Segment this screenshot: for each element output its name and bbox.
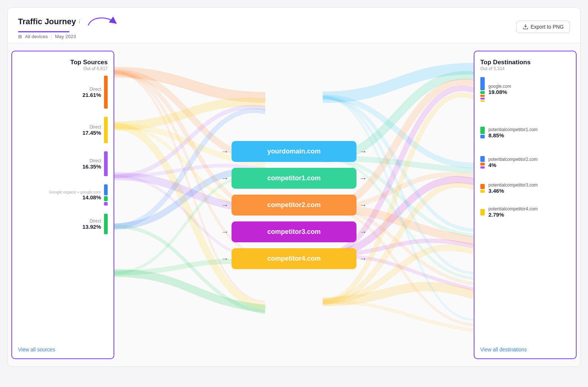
source-item-1: Direct 21.61% [18, 76, 108, 109]
source-text-1: Direct 21.61% [82, 87, 101, 98]
source-percent-4: 14.08% [49, 194, 101, 200]
dest-item-5: potentialcompetitor4.com 2.79% [480, 206, 570, 218]
top-destinations-subtitle: Out of 5,314 [480, 66, 570, 71]
info-icon[interactable]: i [79, 19, 80, 25]
header: Traffic Journey i ⊞ All devices | May [8, 8, 580, 43]
source-percent-2: 17.45% [82, 130, 101, 136]
dest-percent-2: 8.85% [488, 132, 538, 138]
source-text-2: Direct 17.45% [82, 124, 101, 136]
dest-label-1: google.com [488, 84, 511, 89]
source-item-5: Direct 13.92% [18, 214, 108, 234]
source-bar-2 [104, 117, 108, 143]
main-content: Top Sources Out of 6,617 Direct 21.61% D… [8, 43, 580, 366]
header-left: Traffic Journey i ⊞ All devices | May [18, 14, 118, 39]
domain-competitor4[interactable]: → competitor4.com → [232, 248, 356, 269]
title-row: Traffic Journey i [18, 14, 118, 29]
domain-competitor1[interactable]: → competitor1.com → [232, 168, 356, 189]
right-panel: Top Destinations Out of 5,314 google.com… [474, 51, 577, 359]
dest-item-1: google.com 19.08% [480, 77, 570, 102]
view-all-sources-link[interactable]: View all sources [18, 343, 108, 352]
source-item-4: Google organic • google.com 14.08% [18, 184, 108, 206]
device-icon: ⊞ [18, 34, 22, 39]
source-text-3: Direct 16.35% [82, 158, 101, 170]
source-label-5: Direct [82, 218, 101, 224]
dest-label-2: potentialcompetitor1.com [488, 127, 538, 132]
source-bars-4 [104, 184, 108, 206]
source-percent-1: 21.61% [82, 92, 101, 98]
center-area: → yourdomain.com → → competitor1.com → →… [114, 51, 474, 359]
dest-item-2: potentialcompetitor1.com 8.85% [480, 127, 570, 138]
source-label-2: Direct [82, 124, 101, 130]
page-wrapper: Traffic Journey i ⊞ All devices | May [7, 7, 581, 367]
top-sources-subtitle: Out of 6,617 [18, 66, 108, 71]
dest-percent-4: 3.46% [488, 188, 538, 194]
source-item-2: Direct 17.45% [18, 117, 108, 143]
source-percent-5: 13.92% [82, 224, 101, 230]
dest-percent-3: 4% [488, 162, 538, 168]
export-icon [523, 24, 528, 30]
domain-yourdomain[interactable]: → yourdomain.com → [232, 141, 356, 162]
dest-percent-1: 19.08% [488, 89, 511, 95]
source-item-3: Direct 16.35% [18, 151, 108, 176]
page-title: Traffic Journey [18, 17, 76, 26]
source-bar-3 [104, 151, 108, 176]
export-button[interactable]: Export to PNG [516, 21, 570, 33]
dest-label-3: potentialcompetitor2.com [488, 157, 538, 162]
source-text-4: Google organic • google.com 14.08% [49, 190, 101, 200]
view-all-destinations-link[interactable]: View all destinations [480, 343, 570, 352]
domain-boxes: → yourdomain.com → → competitor1.com → →… [232, 141, 356, 269]
source-label-4: Google organic • google.com [49, 190, 101, 194]
source-text-5: Direct 13.92% [82, 218, 101, 230]
top-destinations-title: Top Destinations [480, 59, 570, 66]
top-sources-title: Top Sources [18, 59, 108, 66]
dest-item-4: potentialcompetitor3.com 3.46% [480, 182, 570, 194]
source-label-1: Direct [82, 87, 101, 92]
source-bar-5 [104, 214, 108, 234]
domain-competitor3[interactable]: → competitor3.com → [232, 221, 356, 242]
arrow-annotation [85, 14, 118, 29]
dest-percent-5: 2.79% [488, 211, 538, 218]
subtitle-device: All devices [25, 34, 48, 39]
source-bar-1 [104, 76, 108, 109]
source-label-3: Direct [82, 158, 101, 163]
dest-label-4: potentialcompetitor3.com [488, 182, 538, 188]
source-percent-3: 16.35% [82, 163, 101, 170]
subtitle-row: ⊞ All devices | May 2023 [18, 34, 118, 39]
subtitle-period: May 2023 [55, 34, 76, 39]
dest-item-3: potentialcompetitor2.com 4% [480, 156, 570, 169]
dest-label-5: potentialcompetitor4.com [488, 206, 538, 211]
title-underline [18, 31, 69, 32]
domain-competitor2[interactable]: → competitor2.com → [232, 195, 356, 216]
left-panel: Top Sources Out of 6,617 Direct 21.61% D… [11, 51, 114, 359]
